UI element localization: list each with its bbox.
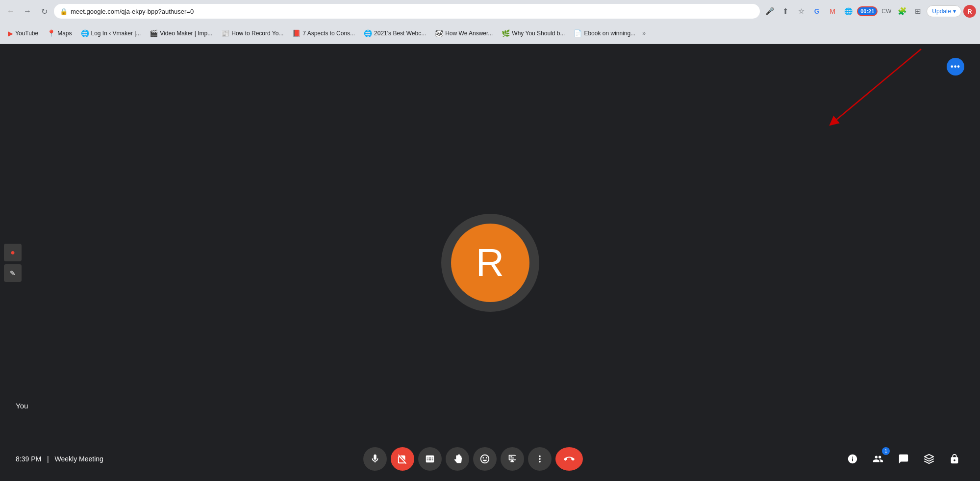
ebook-icon: 📄	[574, 29, 582, 37]
meet-area: ••• ● ✎ R You 8:39 PM |	[0, 44, 980, 481]
bookmark-videomaker[interactable]: 🎬 Video Maker | Imp...	[146, 27, 216, 39]
people-badge: 1	[882, 447, 890, 455]
chat-icon	[898, 454, 909, 464]
activities-button[interactable]	[919, 449, 939, 469]
people-button-container: 1	[868, 449, 888, 469]
participant-avatar-inner: R	[451, 224, 529, 302]
vmaker-ext-container[interactable]: 00:21	[857, 6, 878, 16]
howwe-icon: 🐼	[435, 29, 443, 37]
bottom-left: 8:39 PM | Weekly Meeting	[16, 455, 103, 463]
captions-button[interactable]	[418, 447, 442, 471]
more-options-button[interactable]	[528, 447, 552, 471]
present-icon	[507, 454, 518, 464]
lock-icon: 🔒	[60, 8, 68, 15]
bookmarks-bar: ▶ YouTube 📍 Maps 🌐 Log In ‹ Vmaker |... …	[0, 23, 980, 44]
svg-line-0	[833, 49, 921, 123]
mic-icon	[370, 454, 380, 464]
emoji-icon	[479, 454, 490, 464]
cw-ext-icon[interactable]: CW	[879, 4, 893, 18]
bookmark-webcam[interactable]: 🌐 2021's Best Webc...	[360, 27, 430, 39]
people-icon	[873, 454, 883, 464]
record-dot-icon: ●	[10, 248, 15, 257]
side-controls: ● ✎	[4, 244, 22, 282]
grid-ext-icon[interactable]: ⊞	[911, 4, 925, 18]
reload-button[interactable]: ↻	[37, 4, 51, 18]
bookmark-record[interactable]: 📰 How to Record Yo...	[217, 27, 287, 39]
youtube-icon: ▶	[8, 29, 13, 37]
videomaker-icon: 🎬	[150, 29, 158, 37]
info-icon	[847, 454, 858, 464]
url-text: meet.google.com/qja-ekpy-bpp?authuser=0	[71, 8, 754, 15]
address-bar[interactable]: 🔒 meet.google.com/qja-ekpy-bpp?authuser=…	[54, 4, 760, 19]
camera-off-icon	[397, 454, 408, 464]
update-button[interactable]: Update ▾	[927, 5, 961, 17]
bookmark-7aspects[interactable]: 📕 7 Aspects to Cons...	[288, 27, 359, 39]
record-button[interactable]: ●	[4, 244, 22, 261]
vmaker-timer: 00:21	[857, 6, 878, 16]
raise-hand-button[interactable]	[446, 447, 469, 471]
end-call-button[interactable]	[555, 447, 583, 471]
ext3-icon[interactable]: 🌐	[841, 4, 855, 18]
pen-icon: ✎	[10, 269, 16, 277]
end-call-icon	[564, 454, 575, 464]
safety-button[interactable]	[945, 449, 964, 469]
lock-icon	[949, 454, 960, 464]
participant-container: R	[441, 214, 539, 312]
back-button[interactable]: ←	[4, 4, 18, 18]
pen-button[interactable]: ✎	[4, 264, 22, 282]
forward-button[interactable]: →	[21, 4, 34, 18]
vmaker-icon: 🌐	[81, 29, 89, 37]
maps-icon: 📍	[47, 29, 55, 37]
gmail-ext-icon[interactable]: M	[826, 4, 839, 18]
participant-avatar-outer: R	[441, 214, 539, 312]
record-bm-icon: 📰	[221, 29, 229, 37]
emoji-button[interactable]	[473, 447, 497, 471]
meet-more-button[interactable]: •••	[947, 58, 964, 76]
bottom-bar: 8:39 PM | Weekly Meeting	[0, 437, 980, 481]
chat-button[interactable]	[894, 449, 913, 469]
bookmark-icon[interactable]: ☆	[794, 4, 808, 18]
bookmarks-more[interactable]: »	[642, 30, 646, 37]
webcam-icon: 🌐	[364, 29, 372, 37]
bottom-controls	[363, 447, 583, 471]
bookmark-vmaker-login[interactable]: 🌐 Log In ‹ Vmaker |...	[77, 27, 145, 39]
aspects-icon: 📕	[292, 29, 301, 37]
camera-button[interactable]	[391, 447, 414, 471]
time-separator: |	[47, 455, 49, 463]
google-ext-icon[interactable]: G	[810, 4, 824, 18]
bookmark-howwe[interactable]: 🐼 How We Answer...	[431, 27, 497, 39]
bookmark-youtube[interactable]: ▶ YouTube	[4, 27, 42, 39]
bottom-right-controls: 1	[843, 449, 964, 469]
hand-icon	[452, 454, 463, 464]
microphone-icon[interactable]: 🎤	[763, 4, 777, 18]
meeting-time: 8:39 PM	[16, 455, 41, 463]
update-chevron-icon: ▾	[953, 8, 956, 15]
mic-button[interactable]	[363, 447, 387, 471]
arrow-annotation	[784, 44, 931, 142]
bookmark-whyyou[interactable]: 🌿 Why You Should b...	[498, 27, 569, 39]
bookmark-ebook[interactable]: 📄 Ebook on winning...	[570, 27, 639, 39]
info-button[interactable]	[843, 449, 862, 469]
user-avatar[interactable]: R	[963, 5, 976, 18]
you-label: You	[16, 402, 28, 410]
share-icon[interactable]: ⬆	[779, 4, 792, 18]
present-button[interactable]	[501, 447, 524, 471]
more-vert-icon	[534, 454, 545, 464]
meeting-title: Weekly Meeting	[55, 455, 103, 463]
puzzle-ext-icon[interactable]: 🧩	[895, 4, 909, 18]
activities-icon	[924, 454, 934, 464]
captions-icon	[425, 454, 435, 464]
participant-letter: R	[476, 240, 504, 285]
whyyou-icon: 🌿	[502, 29, 510, 37]
bookmark-maps[interactable]: 📍 Maps	[43, 27, 75, 39]
